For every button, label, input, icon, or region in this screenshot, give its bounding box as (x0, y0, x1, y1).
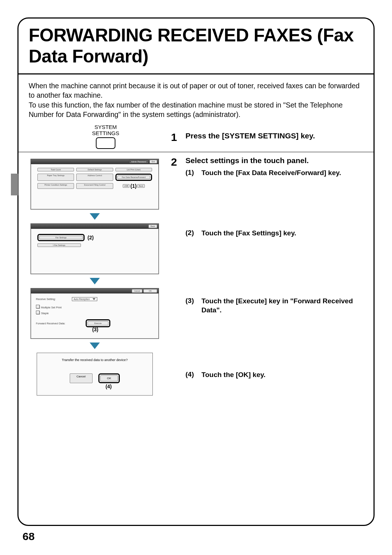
intro-text: When the machine cannot print because it… (19, 74, 373, 121)
syskey-label-2: SETTINGS (92, 130, 119, 137)
multiple-set-print-label: Multiple Set Print (41, 306, 62, 309)
ifax-settings-button[interactable]: I-Fax Settings (37, 243, 81, 247)
paper-tray-button[interactable]: Paper Tray Settings (37, 174, 74, 181)
step-number-2: 2 (171, 156, 180, 177)
cancel-button-p3[interactable]: Cancel (132, 289, 142, 293)
page-number: 68 (23, 530, 34, 543)
screen-confirm-dialog: Transfer the received data to another de… (37, 353, 153, 396)
fax-settings-button[interactable]: Fax Settings (39, 236, 83, 239)
receive-setting-label: Receive Setting: (36, 297, 56, 301)
step-number-1: 1 (171, 131, 180, 143)
substep-1-label: (1) (185, 169, 198, 178)
arrow-down-icon (90, 213, 100, 220)
ok-button-p3[interactable]: OK (143, 289, 157, 293)
substep-3-label: (3) (185, 297, 198, 315)
cancel-button-p4[interactable]: Cancel (70, 373, 93, 383)
exit-button[interactable]: Exit (150, 160, 157, 163)
document-filing-button[interactable]: Document Filing Control (76, 183, 113, 189)
multiple-set-print-checkbox[interactable] (36, 305, 40, 308)
confirm-question: Transfer the received data to another de… (42, 358, 147, 362)
step2-heading: Select settings in the touch panel. (185, 156, 366, 165)
substep-3-text: Touch the [Execute] key in "Forward Rece… (201, 297, 366, 315)
screen-fax-menu: Back Fax Settings (2) I-Fax Settings (30, 223, 159, 274)
usb-button[interactable]: USB (123, 184, 130, 188)
substep-1-text: Touch the [Fax Data Receive/Forward] key… (201, 169, 341, 178)
printer-condition-button[interactable]: Printer Condition Settings (37, 183, 74, 189)
syskey-label-1: SYSTEM (92, 124, 119, 130)
auto-reception-value: Auto Reception (74, 298, 90, 300)
callout-3-box: Execute (86, 319, 110, 327)
callout-2-box: Fax Settings (37, 234, 85, 241)
staple-checkbox[interactable] (36, 311, 40, 314)
admin-password-button[interactable]: Admin Password (129, 160, 148, 163)
system-settings-key: SYSTEM SETTINGS (92, 124, 119, 149)
back-button-p2[interactable]: Back (148, 224, 157, 228)
address-control-button[interactable]: Address Control (76, 174, 113, 181)
screen-fax-settings: Cancel OK Receive Setting: Auto Receptio… (30, 288, 159, 339)
list-print-button[interactable]: List Print (User) (115, 168, 152, 171)
substep-4-text: Touch the [OK] key. (201, 370, 266, 380)
callout-number-2: (2) (87, 235, 94, 240)
page-frame: FORWARDING RECEIVED FAXES (Fax Data Forw… (17, 17, 375, 526)
step1-heading: Press the [SYSTEM SETTINGS] key. (185, 131, 366, 141)
callout-number-3: (3) (92, 327, 98, 332)
auto-reception-dropdown[interactable]: Auto Reception (72, 297, 97, 301)
page-title: FORWARDING RECEIVED FAXES (Fax Data Forw… (29, 25, 363, 67)
system-settings-button[interactable] (96, 137, 115, 149)
fax-data-receive-forward-button[interactable]: Fax Data Receive/Forward (117, 175, 150, 179)
forward-received-data-label: Forward Received Data: (36, 322, 65, 325)
substep-2-label: (2) (185, 229, 198, 238)
ok-button-p4[interactable]: OK (100, 375, 118, 381)
total-count-button[interactable]: Total Count (37, 168, 74, 171)
default-settings-button[interactable]: Default Settings (76, 168, 113, 171)
callout-1-box: Fax Data Receive/Forward (115, 174, 152, 181)
back-button-p1[interactable]: Back (137, 184, 144, 188)
title-box: FORWARDING RECEIVED FAXES (Fax Data Forw… (19, 19, 373, 74)
substep-2-text: Touch the [Fax Settings] key. (201, 229, 296, 238)
execute-button[interactable]: Execute (87, 321, 109, 325)
callout-number-1: (1) (130, 183, 136, 189)
arrow-down-icon (90, 343, 100, 349)
section-tab (11, 174, 18, 195)
arrow-down-icon (90, 278, 100, 284)
callout-4-box: OK (98, 373, 120, 383)
callout-number-4: (4) (106, 384, 112, 389)
staple-label: Staple (41, 312, 49, 315)
substep-4-label: (4) (185, 370, 198, 380)
chevron-down-icon (93, 298, 95, 300)
screen-system-settings: Admin Password Exit Total Count Default … (30, 159, 159, 210)
